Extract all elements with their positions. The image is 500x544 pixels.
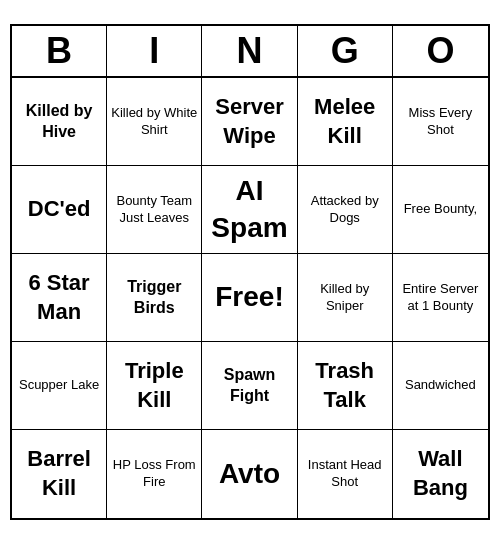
cell-text-6: Bounty Team Just Leaves: [111, 193, 197, 227]
bingo-card: B I N G O Killed by HiveKilled by White …: [10, 24, 490, 520]
cell-text-15: Scupper Lake: [19, 377, 99, 394]
bingo-cell-14[interactable]: Entire Server at 1 Bounty: [393, 254, 488, 342]
header-i: I: [107, 26, 202, 76]
cell-text-22: Avto: [219, 456, 280, 492]
bingo-cell-21[interactable]: HP Loss From Fire: [107, 430, 202, 518]
cell-text-4: Miss Every Shot: [397, 105, 484, 139]
cell-text-20: Barrel Kill: [16, 445, 102, 502]
cell-text-21: HP Loss From Fire: [111, 457, 197, 491]
bingo-cell-13[interactable]: Killed by Sniper: [298, 254, 393, 342]
bingo-cell-6[interactable]: Bounty Team Just Leaves: [107, 166, 202, 254]
cell-text-3: Melee Kill: [302, 93, 388, 150]
cell-text-1: Killed by White Shirt: [111, 105, 197, 139]
bingo-cell-11[interactable]: Trigger Birds: [107, 254, 202, 342]
bingo-cell-18[interactable]: Trash Talk: [298, 342, 393, 430]
bingo-cell-9[interactable]: Free Bounty,: [393, 166, 488, 254]
cell-text-24: Wall Bang: [397, 445, 484, 502]
bingo-cell-16[interactable]: Triple Kill: [107, 342, 202, 430]
bingo-cell-0[interactable]: Killed by Hive: [12, 78, 107, 166]
bingo-cell-17[interactable]: Spawn Fight: [202, 342, 297, 430]
cell-text-7: AI Spam: [206, 173, 292, 246]
cell-text-14: Entire Server at 1 Bounty: [397, 281, 484, 315]
cell-text-9: Free Bounty,: [404, 201, 477, 218]
cell-text-8: Attacked by Dogs: [302, 193, 388, 227]
bingo-cell-12[interactable]: Free!: [202, 254, 297, 342]
cell-text-2: Server Wipe: [206, 93, 292, 150]
cell-text-23: Instant Head Shot: [302, 457, 388, 491]
cell-text-13: Killed by Sniper: [302, 281, 388, 315]
bingo-header: B I N G O: [12, 26, 488, 78]
cell-text-10: 6 Star Man: [16, 269, 102, 326]
header-o: O: [393, 26, 488, 76]
bingo-cell-3[interactable]: Melee Kill: [298, 78, 393, 166]
cell-text-12: Free!: [215, 279, 283, 315]
bingo-cell-8[interactable]: Attacked by Dogs: [298, 166, 393, 254]
bingo-cell-7[interactable]: AI Spam: [202, 166, 297, 254]
bingo-cell-23[interactable]: Instant Head Shot: [298, 430, 393, 518]
bingo-cell-22[interactable]: Avto: [202, 430, 297, 518]
bingo-cell-24[interactable]: Wall Bang: [393, 430, 488, 518]
bingo-grid: Killed by HiveKilled by White ShirtServe…: [12, 78, 488, 518]
cell-text-0: Killed by Hive: [16, 101, 102, 143]
bingo-cell-19[interactable]: Sandwiched: [393, 342, 488, 430]
bingo-cell-15[interactable]: Scupper Lake: [12, 342, 107, 430]
cell-text-19: Sandwiched: [405, 377, 476, 394]
header-b: B: [12, 26, 107, 76]
bingo-cell-5[interactable]: DC'ed: [12, 166, 107, 254]
bingo-cell-20[interactable]: Barrel Kill: [12, 430, 107, 518]
bingo-cell-4[interactable]: Miss Every Shot: [393, 78, 488, 166]
header-g: G: [298, 26, 393, 76]
cell-text-17: Spawn Fight: [206, 365, 292, 407]
cell-text-5: DC'ed: [28, 195, 91, 224]
header-n: N: [202, 26, 297, 76]
bingo-cell-1[interactable]: Killed by White Shirt: [107, 78, 202, 166]
bingo-cell-2[interactable]: Server Wipe: [202, 78, 297, 166]
bingo-cell-10[interactable]: 6 Star Man: [12, 254, 107, 342]
cell-text-18: Trash Talk: [302, 357, 388, 414]
cell-text-11: Trigger Birds: [111, 277, 197, 319]
cell-text-16: Triple Kill: [111, 357, 197, 414]
